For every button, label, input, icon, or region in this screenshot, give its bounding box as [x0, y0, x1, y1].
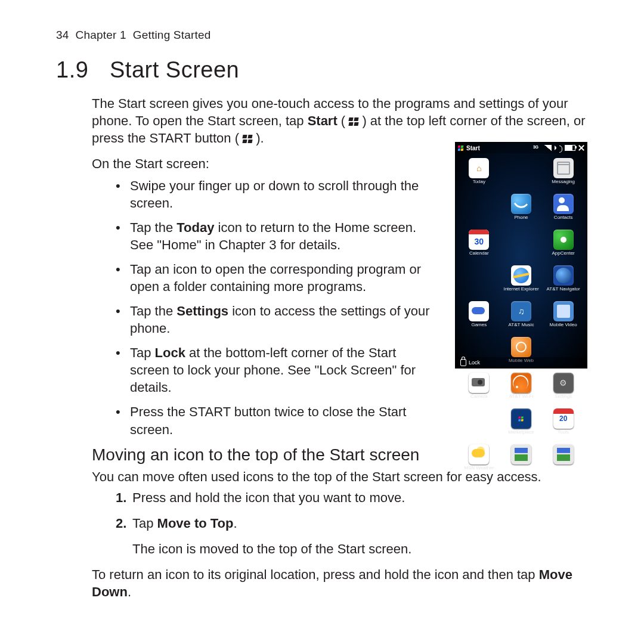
appcenter-icon — [553, 230, 574, 250]
outro-paragraph: To return an icon to its original locati… — [92, 566, 588, 600]
app-settings[interactable]: ⚙Settings — [543, 373, 584, 399]
globe-icon — [553, 265, 574, 286]
section-heading: 1.9Start Screen — [56, 57, 588, 83]
app-navigator[interactable]: AT&T Navigator — [543, 265, 584, 292]
app-contacts[interactable]: Contacts — [543, 194, 584, 220]
network-3g-icon: 3G — [533, 145, 541, 151]
start-label[interactable]: Start — [466, 145, 480, 151]
windows-flag-icon — [349, 117, 358, 126]
app-ie[interactable]: Internet Explorer — [501, 265, 541, 292]
app-music[interactable]: ♫AT&T Music — [501, 301, 541, 327]
step-continuation: The icon is moved to the top of the Star… — [132, 540, 588, 558]
bullet-item: Tap the Today icon to return to the Home… — [116, 219, 432, 253]
globe-web-icon — [511, 337, 531, 357]
bullet-item: Press the START button twice to close th… — [116, 403, 432, 438]
app-video[interactable]: Mobile Video — [543, 301, 584, 327]
running-header: 34 Chapter 1 Getting Started — [56, 29, 588, 42]
step-item: Press and hold the icon that you want to… — [116, 489, 588, 506]
move-icon-steps: Press and hold the icon that you want to… — [92, 489, 588, 532]
internet-explorer-icon — [511, 265, 531, 286]
battery-icon — [565, 145, 575, 151]
picture-icon — [511, 444, 531, 465]
gamepad-icon — [469, 301, 489, 321]
house-icon: ⌂ — [469, 158, 489, 178]
app-phone[interactable]: Phone — [501, 194, 541, 220]
app-extra2[interactable] — [543, 444, 584, 470]
phone-status-bar: Start 3G — [456, 143, 587, 153]
picture-icon — [553, 444, 574, 465]
app-weather[interactable]: MSN Weather — [459, 444, 499, 470]
bag-icon — [511, 408, 531, 429]
app-camera[interactable]: Camera — [459, 373, 499, 399]
tools-folder-icon — [553, 408, 574, 429]
calendar-icon: 30 — [469, 230, 489, 250]
start-screen-bullets: Swipe your finger up or down to scroll t… — [92, 177, 432, 438]
app-grid[interactable]: ⌂Today Messaging Phone Contacts 30Calend… — [456, 154, 587, 357]
person-icon — [553, 194, 574, 214]
app-today[interactable]: ⌂Today — [459, 158, 499, 184]
close-icon[interactable] — [578, 145, 584, 151]
weather-icon — [469, 444, 489, 465]
app-extra[interactable] — [501, 444, 541, 470]
music-note-icon: ♫ — [511, 301, 531, 321]
intro-paragraph: The Start screen gives you one-touch acc… — [92, 95, 588, 147]
gear-icon: ⚙ — [553, 373, 574, 393]
lock-icon — [460, 359, 466, 366]
step-item: Tap Move to Top. — [116, 515, 588, 532]
app-games[interactable]: Games — [459, 301, 499, 327]
app-messaging[interactable]: Messaging — [543, 158, 584, 184]
bullet-item: Swipe your finger up or down to scroll t… — [116, 177, 432, 212]
lock-bar[interactable]: Lock — [456, 357, 587, 368]
wifi-icon — [511, 373, 531, 393]
windows-flag-icon — [243, 135, 252, 143]
lock-label: Lock — [469, 360, 480, 366]
app-marketplace[interactable]: Marketplace — [501, 408, 541, 435]
envelope-icon — [553, 158, 574, 178]
phone-icon — [511, 194, 531, 214]
camera-icon — [469, 373, 489, 393]
windows-flag-icon[interactable] — [458, 145, 464, 151]
app-calendar[interactable]: 30Calendar — [459, 230, 499, 256]
app-appcenter[interactable]: AppCenter — [543, 230, 584, 256]
bullet-item: Tap Lock at the bottom-left corner of th… — [116, 344, 432, 396]
bullet-item: Tap an icon to open the corresponding pr… — [116, 261, 432, 295]
sound-icon — [555, 145, 562, 150]
app-wifi[interactable]: AT&T Wi-Fi — [501, 373, 541, 399]
signal-icon — [544, 145, 552, 151]
bullet-item: Tap the Settings icon to access the sett… — [116, 302, 432, 337]
app-tools[interactable]: Tools — [543, 408, 584, 435]
video-icon — [553, 301, 574, 321]
phone-start-screen: Start 3G ⌂Today Messaging Phone Contacts… — [455, 142, 587, 369]
